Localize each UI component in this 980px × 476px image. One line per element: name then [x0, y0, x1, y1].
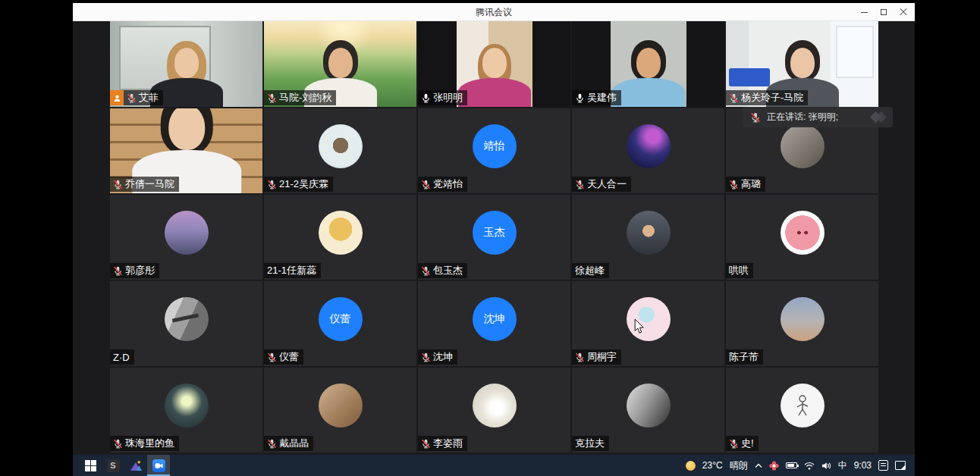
mic-muted-icon [421, 352, 431, 362]
speaking-toast: 正在讲话: 张明明; [743, 107, 893, 127]
mic-muted-icon [267, 180, 277, 189]
participant-name: 仪蕾 [279, 350, 299, 364]
participant-nametag: 张明明 [418, 90, 467, 105]
clock[interactable]: 9:03 [854, 460, 872, 471]
mic-muted-icon [729, 180, 739, 189]
participant-name: 21-2吴庆霖 [279, 177, 328, 191]
participant-nametag: 戴晶晶 [264, 436, 313, 451]
maximize-button[interactable] [874, 3, 894, 21]
participant-name: 吴建伟 [587, 91, 617, 105]
ime-indicator[interactable]: 中 [838, 459, 847, 472]
weather-text[interactable]: 晴朗 [730, 459, 748, 472]
mic-muted-icon [113, 439, 123, 449]
tencent-meeting-icon [152, 459, 165, 472]
avatar [319, 211, 363, 255]
participant-nametag: 仪蕾 [264, 349, 303, 365]
tile-zhuhailideyu[interactable]: 珠海里的鱼 [110, 368, 262, 453]
participant-name: 李姿雨 [433, 437, 463, 450]
participant-name: 天人合一 [587, 177, 627, 191]
close-button[interactable] [894, 3, 913, 21]
desktop-screen: 腾讯会议 艾菲 [73, 3, 915, 476]
speaker-icon[interactable] [821, 462, 831, 470]
tile-zd[interactable]: Z·D [110, 281, 262, 366]
avatar-initials: 靖怡 [473, 124, 517, 168]
tile-yilei[interactable]: 仪蕾 仪蕾 [264, 281, 416, 366]
tile-shi[interactable]: 史! [726, 368, 878, 453]
window-titlebar: 腾讯会议 [73, 3, 915, 21]
tile-baoyujie[interactable]: 玉杰 包玉杰 [418, 195, 570, 280]
weather-sun-icon[interactable] [686, 461, 696, 471]
participant-name: 高璐 [741, 177, 761, 191]
notes-icon[interactable] [878, 460, 888, 471]
participant-name: 乔倩一马院 [125, 177, 174, 191]
mic-muted-icon [729, 439, 739, 449]
temperature-text[interactable]: 23°C [702, 460, 723, 471]
tile-yangguanlingzi[interactable]: 杨关玲子-马院 [726, 21, 878, 107]
participant-name: 马院-刘韵秋 [279, 91, 331, 105]
tile-chenzifu[interactable]: 陈子芾 [726, 281, 878, 366]
mic-muted-icon [421, 439, 431, 449]
participant-nametag: 天人合一 [572, 177, 631, 192]
taskbar-app-s[interactable]: S [102, 455, 124, 476]
tile-qiaoqian[interactable]: 乔倩一马院 [110, 108, 262, 193]
mic-muted-icon [421, 266, 431, 276]
mic-muted-icon [113, 266, 123, 276]
participant-nametag: 克拉夫 [572, 436, 609, 451]
meeting-content: 艾菲 马院-刘韵秋 [73, 21, 915, 455]
tile-guoyantong[interactable]: 郭彦彤 [110, 195, 262, 280]
tile-liuyunqiu[interactable]: 马院-刘韵秋 [264, 21, 416, 107]
tile-liziyu[interactable]: 李姿雨 [418, 368, 570, 453]
tray-expand-chevron-icon[interactable] [755, 463, 762, 468]
avatar [627, 384, 671, 427]
tile-wujianwei[interactable]: 吴建伟 [572, 21, 724, 107]
avatar [781, 211, 825, 255]
mountain-app-icon [130, 459, 143, 472]
tile-honghong[interactable]: 哄哄 [726, 195, 878, 280]
mic-on-icon [421, 93, 431, 103]
battery-icon[interactable] [786, 462, 797, 468]
participant-nametag: 史! [726, 436, 759, 451]
participant-name: 徐超峰 [575, 264, 605, 277]
participant-name: 包玉杰 [433, 264, 463, 277]
tile-dangjingyi[interactable]: 靖怡 党靖怡 [418, 108, 570, 193]
person-figure [457, 21, 532, 107]
tile-shenkun[interactable]: 沈坤 沈坤 [418, 281, 570, 366]
participant-nametag: 马院-刘韵秋 [264, 90, 336, 105]
speaking-toast-text: 正在讲话: 张明明; [767, 111, 838, 124]
antivirus-flower-icon[interactable] [769, 461, 779, 471]
tile-wuqinglin[interactable]: 21-2吴庆霖 [264, 108, 416, 193]
tile-kelafu[interactable]: 克拉夫 [572, 368, 724, 453]
minimize-button[interactable] [854, 3, 874, 21]
participant-nametag: 高璐 [726, 177, 765, 192]
s-app-icon: S [107, 459, 120, 472]
avatar [627, 297, 671, 341]
tile-zhangmingming[interactable]: 张明明 [418, 21, 570, 107]
mic-muted-icon [421, 180, 431, 189]
avatar [781, 124, 825, 168]
tile-xuchaofeng[interactable]: 徐超峰 [572, 195, 724, 280]
tile-zhoutongyu[interactable]: 周桐宇 [572, 281, 724, 366]
action-center-icon[interactable] [895, 461, 906, 470]
participant-name: 哄哄 [729, 264, 749, 277]
avatar-initials: 玉杰 [473, 211, 517, 255]
avatar-initials: 沈坤 [473, 297, 517, 341]
taskbar-app-tencent-meeting[interactable] [147, 455, 170, 476]
taskbar-app-mountain[interactable] [124, 455, 147, 476]
system-tray: 23°C 晴朗 中 9:03 [686, 455, 915, 476]
wifi-icon[interactable] [804, 462, 815, 470]
participant-nametag: 李姿雨 [418, 436, 467, 451]
tile-daijingjing[interactable]: 戴晶晶 [264, 368, 416, 453]
start-button[interactable] [79, 455, 102, 476]
participant-name: 沈坤 [433, 350, 453, 364]
tile-aifei[interactable]: 艾菲 [110, 21, 262, 107]
participant-nametag: 21-2吴庆霖 [264, 177, 333, 192]
avatar [165, 384, 209, 427]
avatar [781, 297, 825, 341]
participant-nametag: 周桐宇 [572, 349, 621, 365]
taskbar-apps: S [79, 455, 170, 476]
tile-renxinrui[interactable]: 21-1任新蕊 [264, 195, 416, 280]
participant-nametag: 党靖怡 [418, 177, 467, 192]
mic-muted-icon [267, 352, 277, 362]
tile-tianrenheyi[interactable]: 天人合一 [572, 108, 724, 193]
mouse-cursor [634, 318, 645, 334]
